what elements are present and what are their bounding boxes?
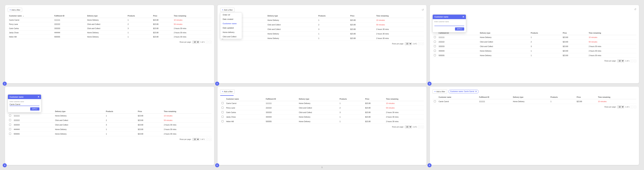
- cell-delivery: Home Delivery: [479, 35, 530, 40]
- cell-checkbox[interactable]: [8, 132, 12, 136]
- next-page-btn-4[interactable]: ›: [209, 138, 211, 141]
- cell-checkbox[interactable]: [8, 123, 12, 127]
- menu-item-date-updated[interactable]: Date updated: [220, 26, 242, 30]
- cell-price: $23.80: [152, 35, 172, 39]
- table-row: 444444 Home Delivery 1 $23.80 2 hours 30…: [8, 127, 212, 132]
- filter-popup-apply-4[interactable]: APPLY: [30, 107, 40, 110]
- add-filter-button-6[interactable]: + Add a filter: [432, 89, 447, 94]
- cell-time: 2 hours 30 mins: [587, 49, 636, 53]
- filter-popup-close-4[interactable]: ✕: [38, 96, 40, 98]
- cell-products: 1: [317, 36, 349, 41]
- add-filter-button-1[interactable]: + Add a filter: [8, 8, 22, 12]
- prev-page-btn-3[interactable]: ‹: [630, 60, 633, 62]
- panel-badge-6: 6: [428, 163, 432, 167]
- next-page-btn-3[interactable]: ›: [634, 60, 636, 62]
- cell-checkbox[interactable]: [432, 49, 437, 53]
- cell-checkbox[interactable]: [220, 115, 225, 119]
- col-customer-name-5: Customer name: [225, 97, 264, 101]
- cell-checkbox[interactable]: [8, 127, 12, 132]
- cell-time: 2 hours 30 mins: [162, 123, 212, 127]
- panel-2: + Add a filter ↺ Order ref Date created …: [218, 5, 427, 83]
- cell-price: $23.80: [561, 53, 587, 58]
- prev-page-btn-6[interactable]: ‹: [630, 105, 633, 108]
- cell-checkbox[interactable]: [432, 53, 437, 58]
- cell-products: 2: [126, 22, 152, 26]
- filter-popup-apply-3[interactable]: APPLY: [455, 27, 464, 31]
- cell-price: $23.80: [152, 26, 172, 31]
- cell-checkbox[interactable]: [220, 110, 225, 115]
- filter-popup-input-4[interactable]: [10, 103, 40, 106]
- sort-arrow-1: ▲: [22, 15, 24, 17]
- cell-delivery: Home Delivery: [54, 132, 104, 136]
- prev-page-btn-4[interactable]: ‹: [206, 138, 208, 141]
- next-page-btn-6[interactable]: ›: [634, 105, 636, 108]
- cell-checkbox[interactable]: [220, 119, 225, 124]
- panel-4: Customer name ✕ Enter customer name APPL…: [5, 87, 214, 165]
- cell-time: 59 minutes: [375, 23, 424, 27]
- cell-checkbox[interactable]: [432, 40, 437, 44]
- add-filter-button-2[interactable]: + Add a filter: [220, 8, 234, 12]
- cell-name: Helen Hill: [8, 35, 53, 39]
- menu-item-click-collect[interactable]: Click and Collect: [220, 35, 242, 39]
- cell-delivery: Click and Collect: [266, 27, 317, 32]
- next-page-btn-2[interactable]: ›: [421, 42, 424, 45]
- table-row: Carlo Carlos 333333 Click and Collect 3 …: [220, 110, 424, 115]
- prev-page-btn-2[interactable]: ‹: [418, 42, 420, 45]
- col-time-1: Time remaining: [172, 14, 211, 18]
- table-row: 333333 Click and Collect 3 $23.80 2 hour…: [220, 27, 424, 32]
- rows-per-page-select-4[interactable]: 10: [192, 138, 200, 141]
- col-customer-name-1[interactable]: Customer name ▲: [8, 14, 53, 18]
- rows-per-page-select-1[interactable]: 10: [192, 41, 200, 44]
- cell-checkbox[interactable]: [220, 106, 225, 110]
- col-delivery-type-6: Delivery type: [512, 95, 549, 99]
- col-checkbox-5: [220, 97, 225, 101]
- cell-checkbox[interactable]: [432, 44, 437, 49]
- cell-checkbox[interactable]: [432, 35, 437, 40]
- menu-item-customer-name[interactable]: Customer name: [220, 21, 242, 26]
- active-filter-chip-remove-6[interactable]: ✕: [475, 90, 477, 93]
- cell-id: 444444: [264, 115, 298, 119]
- cell-time: 10 minutes: [162, 114, 212, 118]
- reset-icon-3[interactable]: ↺: [634, 8, 636, 11]
- rows-per-page-select-6[interactable]: 10: [617, 105, 624, 108]
- prev-page-btn-1[interactable]: ‹: [206, 41, 208, 44]
- rows-per-page-label-4: Rows per page:: [180, 138, 191, 140]
- cell-price: $23.80: [364, 119, 385, 124]
- table-row: Carrie Carrot 111111 Home Delivery 1 $23…: [8, 18, 212, 22]
- menu-item-order-ref[interactable]: Order ref: [220, 13, 242, 17]
- cell-name: Carrie Carrot: [437, 99, 478, 104]
- cell-name: Carlo Carlos: [225, 110, 264, 115]
- cell-checkbox[interactable]: [8, 114, 12, 118]
- table-row: 444444 Home Delivery 1 $23.80 2 hours 30…: [220, 32, 424, 36]
- rows-per-page-select-3[interactable]: 10: [617, 60, 624, 62]
- cell-delivery: Click and Collect: [54, 118, 104, 123]
- cell-products: 1: [317, 32, 349, 36]
- col-fulfilment-id-5: Fulfilment ID: [264, 97, 298, 101]
- next-page-btn-5[interactable]: ›: [421, 125, 424, 128]
- panel-5: + Add a filter Customer name Fulfilment …: [218, 87, 427, 165]
- cell-price: $23.80: [136, 114, 162, 118]
- table-row: 333333 Click and Collect 3 $23.80 2 hour…: [8, 123, 212, 127]
- cell-price: $23.80: [152, 31, 172, 35]
- cell-id: 444444: [53, 31, 86, 35]
- table-row: 444444 Home Delivery 1 $23.80 2 hours 30…: [432, 49, 636, 53]
- col-time-3: Time remaining: [587, 31, 636, 35]
- menu-item-date-created[interactable]: Date created: [220, 17, 242, 21]
- filter-popup-input-3[interactable]: [434, 23, 464, 26]
- cell-delivery: Click and Collect: [479, 44, 530, 49]
- table-row: Jacky Chow 444444 Home Delivery 1 $23.80…: [220, 115, 424, 119]
- cell-price: $23.80: [561, 49, 587, 53]
- reset-icon-2[interactable]: ↺: [422, 8, 424, 12]
- cell-checkbox[interactable]: [8, 118, 12, 123]
- prev-page-btn-5[interactable]: ‹: [418, 125, 420, 128]
- rows-per-page-select-5[interactable]: 10: [405, 125, 412, 128]
- cell-checkbox[interactable]: [220, 101, 225, 106]
- menu-item-home-delivery[interactable]: Home delivery: [220, 30, 242, 35]
- next-page-btn-1[interactable]: ›: [209, 41, 211, 44]
- add-filter-button-5[interactable]: + Add a filter: [220, 89, 234, 94]
- cell-checkbox[interactable]: [432, 99, 437, 104]
- col-price-6: Price: [576, 95, 597, 99]
- rows-per-page-select-2[interactable]: 10: [405, 42, 412, 45]
- filter-popup-close-3[interactable]: ✕: [462, 16, 464, 18]
- cell-products: 2: [104, 118, 136, 123]
